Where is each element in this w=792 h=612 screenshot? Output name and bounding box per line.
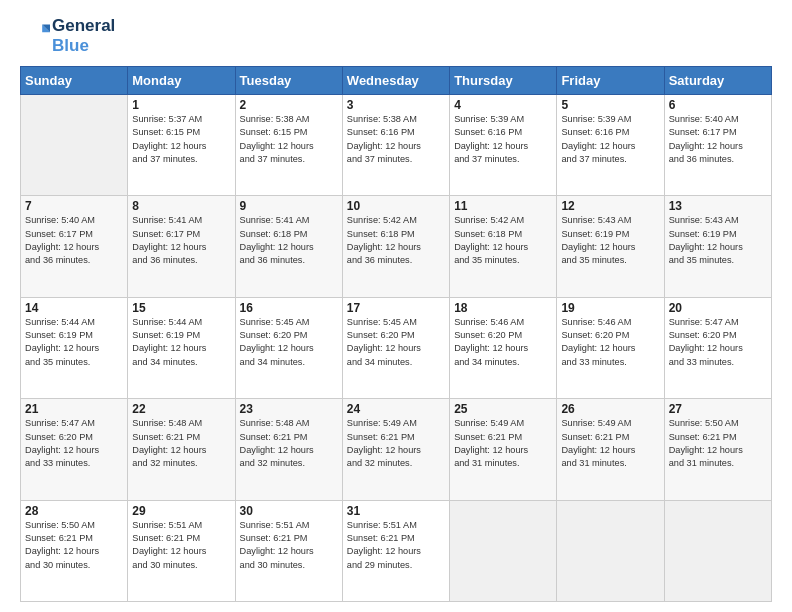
calendar-cell: 28Sunrise: 5:50 AMSunset: 6:21 PMDayligh… — [21, 500, 128, 601]
day-number: 5 — [561, 98, 659, 112]
page: General Blue SundayMondayTuesdayWednesda… — [0, 0, 792, 612]
calendar-week-5: 28Sunrise: 5:50 AMSunset: 6:21 PMDayligh… — [21, 500, 772, 601]
cell-info: Sunrise: 5:42 AMSunset: 6:18 PMDaylight:… — [454, 214, 552, 267]
calendar-cell: 1Sunrise: 5:37 AMSunset: 6:15 PMDaylight… — [128, 95, 235, 196]
day-header-saturday: Saturday — [664, 67, 771, 95]
cell-info: Sunrise: 5:49 AMSunset: 6:21 PMDaylight:… — [454, 417, 552, 470]
cell-info: Sunrise: 5:44 AMSunset: 6:19 PMDaylight:… — [132, 316, 230, 369]
logo: General Blue — [20, 16, 115, 56]
day-number: 14 — [25, 301, 123, 315]
calendar-cell: 23Sunrise: 5:48 AMSunset: 6:21 PMDayligh… — [235, 399, 342, 500]
day-header-thursday: Thursday — [450, 67, 557, 95]
day-number: 11 — [454, 199, 552, 213]
cell-info: Sunrise: 5:44 AMSunset: 6:19 PMDaylight:… — [25, 316, 123, 369]
day-number: 21 — [25, 402, 123, 416]
calendar-body: 1Sunrise: 5:37 AMSunset: 6:15 PMDaylight… — [21, 95, 772, 602]
day-number: 22 — [132, 402, 230, 416]
day-header-sunday: Sunday — [21, 67, 128, 95]
calendar-cell — [450, 500, 557, 601]
day-number: 31 — [347, 504, 445, 518]
cell-info: Sunrise: 5:51 AMSunset: 6:21 PMDaylight:… — [240, 519, 338, 572]
calendar-cell: 10Sunrise: 5:42 AMSunset: 6:18 PMDayligh… — [342, 196, 449, 297]
calendar-cell: 27Sunrise: 5:50 AMSunset: 6:21 PMDayligh… — [664, 399, 771, 500]
logo-icon — [22, 20, 50, 48]
calendar-cell: 13Sunrise: 5:43 AMSunset: 6:19 PMDayligh… — [664, 196, 771, 297]
cell-info: Sunrise: 5:39 AMSunset: 6:16 PMDaylight:… — [561, 113, 659, 166]
logo-line1: General — [52, 16, 115, 36]
day-number: 20 — [669, 301, 767, 315]
calendar-table: SundayMondayTuesdayWednesdayThursdayFrid… — [20, 66, 772, 602]
day-number: 26 — [561, 402, 659, 416]
day-number: 4 — [454, 98, 552, 112]
calendar-cell: 7Sunrise: 5:40 AMSunset: 6:17 PMDaylight… — [21, 196, 128, 297]
day-header-tuesday: Tuesday — [235, 67, 342, 95]
calendar-cell: 22Sunrise: 5:48 AMSunset: 6:21 PMDayligh… — [128, 399, 235, 500]
calendar-cell: 26Sunrise: 5:49 AMSunset: 6:21 PMDayligh… — [557, 399, 664, 500]
calendar-week-3: 14Sunrise: 5:44 AMSunset: 6:19 PMDayligh… — [21, 297, 772, 398]
logo-line2: Blue — [52, 36, 115, 56]
day-number: 6 — [669, 98, 767, 112]
day-number: 23 — [240, 402, 338, 416]
cell-info: Sunrise: 5:40 AMSunset: 6:17 PMDaylight:… — [25, 214, 123, 267]
calendar-cell: 20Sunrise: 5:47 AMSunset: 6:20 PMDayligh… — [664, 297, 771, 398]
day-number: 24 — [347, 402, 445, 416]
calendar-cell: 8Sunrise: 5:41 AMSunset: 6:17 PMDaylight… — [128, 196, 235, 297]
cell-info: Sunrise: 5:38 AMSunset: 6:16 PMDaylight:… — [347, 113, 445, 166]
cell-info: Sunrise: 5:45 AMSunset: 6:20 PMDaylight:… — [347, 316, 445, 369]
calendar-cell: 6Sunrise: 5:40 AMSunset: 6:17 PMDaylight… — [664, 95, 771, 196]
cell-info: Sunrise: 5:41 AMSunset: 6:18 PMDaylight:… — [240, 214, 338, 267]
day-number: 10 — [347, 199, 445, 213]
day-number: 19 — [561, 301, 659, 315]
calendar-cell: 15Sunrise: 5:44 AMSunset: 6:19 PMDayligh… — [128, 297, 235, 398]
calendar-cell: 30Sunrise: 5:51 AMSunset: 6:21 PMDayligh… — [235, 500, 342, 601]
calendar-week-4: 21Sunrise: 5:47 AMSunset: 6:20 PMDayligh… — [21, 399, 772, 500]
day-number: 29 — [132, 504, 230, 518]
day-header-monday: Monday — [128, 67, 235, 95]
cell-info: Sunrise: 5:38 AMSunset: 6:15 PMDaylight:… — [240, 113, 338, 166]
cell-info: Sunrise: 5:41 AMSunset: 6:17 PMDaylight:… — [132, 214, 230, 267]
day-number: 30 — [240, 504, 338, 518]
cell-info: Sunrise: 5:37 AMSunset: 6:15 PMDaylight:… — [132, 113, 230, 166]
day-number: 8 — [132, 199, 230, 213]
calendar-cell — [557, 500, 664, 601]
cell-info: Sunrise: 5:48 AMSunset: 6:21 PMDaylight:… — [132, 417, 230, 470]
calendar-cell: 17Sunrise: 5:45 AMSunset: 6:20 PMDayligh… — [342, 297, 449, 398]
day-number: 25 — [454, 402, 552, 416]
day-number: 15 — [132, 301, 230, 315]
cell-info: Sunrise: 5:45 AMSunset: 6:20 PMDaylight:… — [240, 316, 338, 369]
calendar-cell — [664, 500, 771, 601]
day-number: 13 — [669, 199, 767, 213]
calendar-cell: 9Sunrise: 5:41 AMSunset: 6:18 PMDaylight… — [235, 196, 342, 297]
day-number: 17 — [347, 301, 445, 315]
cell-info: Sunrise: 5:39 AMSunset: 6:16 PMDaylight:… — [454, 113, 552, 166]
calendar-cell: 21Sunrise: 5:47 AMSunset: 6:20 PMDayligh… — [21, 399, 128, 500]
cell-info: Sunrise: 5:50 AMSunset: 6:21 PMDaylight:… — [669, 417, 767, 470]
calendar-cell: 24Sunrise: 5:49 AMSunset: 6:21 PMDayligh… — [342, 399, 449, 500]
day-number: 28 — [25, 504, 123, 518]
day-number: 12 — [561, 199, 659, 213]
calendar-cell: 2Sunrise: 5:38 AMSunset: 6:15 PMDaylight… — [235, 95, 342, 196]
header: General Blue — [20, 16, 772, 56]
cell-info: Sunrise: 5:51 AMSunset: 6:21 PMDaylight:… — [132, 519, 230, 572]
calendar-cell: 3Sunrise: 5:38 AMSunset: 6:16 PMDaylight… — [342, 95, 449, 196]
day-header-friday: Friday — [557, 67, 664, 95]
cell-info: Sunrise: 5:48 AMSunset: 6:21 PMDaylight:… — [240, 417, 338, 470]
cell-info: Sunrise: 5:40 AMSunset: 6:17 PMDaylight:… — [669, 113, 767, 166]
day-number: 7 — [25, 199, 123, 213]
calendar-week-2: 7Sunrise: 5:40 AMSunset: 6:17 PMDaylight… — [21, 196, 772, 297]
calendar-cell: 5Sunrise: 5:39 AMSunset: 6:16 PMDaylight… — [557, 95, 664, 196]
cell-info: Sunrise: 5:43 AMSunset: 6:19 PMDaylight:… — [561, 214, 659, 267]
cell-info: Sunrise: 5:49 AMSunset: 6:21 PMDaylight:… — [561, 417, 659, 470]
day-number: 18 — [454, 301, 552, 315]
calendar-cell: 31Sunrise: 5:51 AMSunset: 6:21 PMDayligh… — [342, 500, 449, 601]
calendar-cell: 18Sunrise: 5:46 AMSunset: 6:20 PMDayligh… — [450, 297, 557, 398]
calendar-cell — [21, 95, 128, 196]
cell-info: Sunrise: 5:47 AMSunset: 6:20 PMDaylight:… — [25, 417, 123, 470]
day-number: 2 — [240, 98, 338, 112]
calendar-header-row: SundayMondayTuesdayWednesdayThursdayFrid… — [21, 67, 772, 95]
day-number: 9 — [240, 199, 338, 213]
day-header-wednesday: Wednesday — [342, 67, 449, 95]
day-number: 1 — [132, 98, 230, 112]
cell-info: Sunrise: 5:50 AMSunset: 6:21 PMDaylight:… — [25, 519, 123, 572]
cell-info: Sunrise: 5:46 AMSunset: 6:20 PMDaylight:… — [454, 316, 552, 369]
